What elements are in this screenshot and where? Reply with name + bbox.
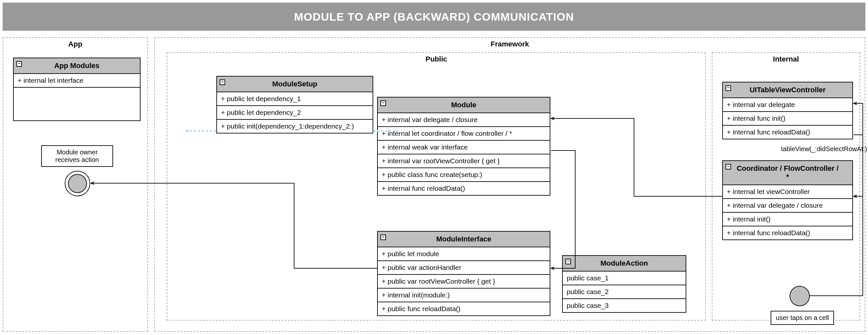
region-internal-label: Internal (712, 55, 860, 63)
class-ui-table: − UITableViewController + internal var d… (722, 82, 853, 139)
table-row: + internal func init() (723, 112, 852, 125)
table-row: + public func reloadData() (378, 302, 550, 315)
region-app-label: App (3, 40, 147, 49)
table-row: + public init(dependency_1:dependency_2:… (217, 120, 373, 133)
table-row: + public let module (378, 247, 550, 261)
table-row: + internal var delegate (723, 98, 852, 112)
diagram-title-band: MODULE TO APP (BACKWARD) COMMUNICATION (3, 3, 865, 31)
class-ui-table-header: − UITableViewController (723, 82, 852, 98)
class-coordinator: − Coordinator / FlowController / * + int… (722, 160, 853, 240)
table-row: + public class func create(setup:) (378, 168, 550, 182)
table-row: + internal weak var interface (378, 141, 550, 155)
table-row: + internal init() (723, 213, 852, 226)
table-row: public case_2 (563, 285, 686, 299)
table-row: + internal func reloadData() (723, 125, 852, 139)
state-initial-icon (789, 286, 810, 306)
class-module-interface-header: − ModuleInterface (378, 232, 550, 247)
class-module-header: − Module (378, 97, 550, 113)
table-row: + internal let viewController (723, 185, 852, 199)
table-row: + internal var delegate / closure (723, 199, 852, 213)
table-row: + public let dependency_2 (217, 106, 373, 120)
state-final-icon (65, 171, 90, 196)
table-row: + internal func reloadData() (723, 226, 852, 240)
table-row: + internal let coordinator / flow contro… (378, 127, 550, 141)
region-framework-label: Framework (155, 40, 865, 49)
class-app-modules-header: − App Modules (14, 58, 140, 74)
class-module-interface: − ModuleInterface + public let module + … (377, 231, 550, 316)
state-final-inner-icon (68, 174, 87, 193)
table-row: + internal var rootViewController { get … (378, 155, 550, 168)
table-row: + internal func reloadData() (378, 182, 550, 195)
class-module-action: − ModuleAction public case_1 public case… (562, 255, 686, 313)
table-row: + internal var delegate / closure (378, 113, 550, 127)
table-row: public case_1 (563, 272, 686, 285)
class-module-setup: − ModuleSetup + public let dependency_1 … (216, 76, 373, 134)
table-row: + public var rootViewController { get } (378, 275, 550, 288)
note-user-taps: user taps on a cell (771, 311, 834, 325)
collapse-icon[interactable]: − (565, 259, 571, 264)
collapse-icon[interactable]: − (380, 234, 386, 240)
class-module-setup-header: − ModuleSetup (217, 77, 373, 92)
table-row: + public var actionHandler (378, 261, 550, 275)
class-coordinator-header: − Coordinator / FlowController / * (723, 161, 852, 185)
region-public-label: Public (167, 55, 705, 63)
collapse-icon[interactable]: − (16, 61, 22, 67)
diagram-title: MODULE TO APP (BACKWARD) COMMUNICATION (294, 10, 574, 23)
collapse-icon[interactable]: − (220, 80, 225, 85)
class-app-modules: − App Modules + internal let interface (13, 58, 141, 121)
class-module-action-header: − ModuleAction (563, 256, 686, 272)
class-module: − Module + internal var delegate / closu… (377, 97, 550, 196)
collapse-icon[interactable]: − (725, 164, 731, 169)
collapse-icon[interactable]: − (380, 101, 386, 106)
table-row: + public let dependency_1 (217, 92, 373, 106)
table-row: public case_3 (563, 299, 686, 312)
diagram-canvas: MODULE TO APP (BACKWARD) COMMUNICATION A… (0, 0, 868, 335)
collapse-icon[interactable]: − (725, 85, 731, 91)
table-row: + internal init(module:) (378, 288, 550, 302)
edge-label-delegate: tableView(_:didSelectRowAt:) (781, 145, 867, 153)
note-module-owner: Module owner receives action (41, 145, 113, 167)
class-empty-section (14, 88, 140, 120)
table-row: + internal let interface (14, 74, 140, 88)
